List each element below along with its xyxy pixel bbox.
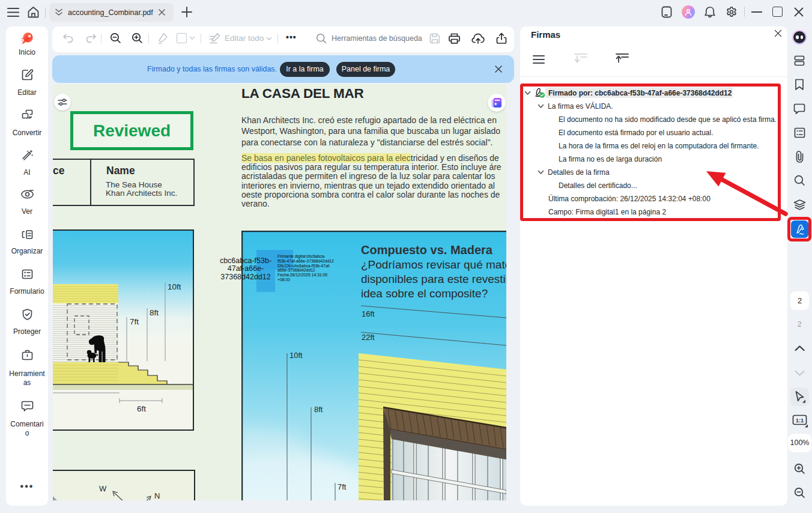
svg-text:W: W bbox=[99, 484, 107, 493]
svg-text:N: N bbox=[154, 491, 160, 500]
svg-text:8ft: 8ft bbox=[150, 308, 159, 317]
svg-text:1:1: 1:1 bbox=[796, 417, 804, 423]
svg-text:6ft: 6ft bbox=[137, 404, 146, 413]
svg-text:7ft: 7ft bbox=[130, 317, 139, 326]
svg-text:10ft: 10ft bbox=[168, 282, 181, 291]
